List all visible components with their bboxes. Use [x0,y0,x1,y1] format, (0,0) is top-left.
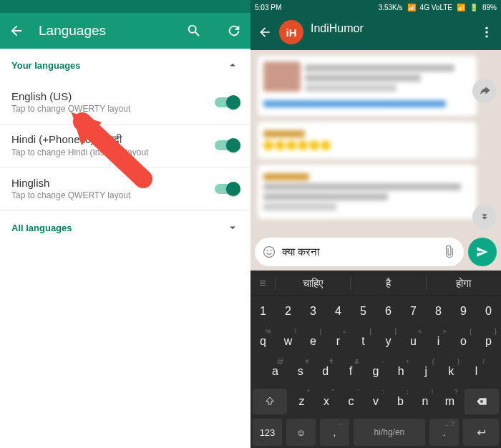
key-h[interactable]: +h [389,356,414,386]
your-languages-label: Your languages [11,60,81,71]
language-row-hindi[interactable]: Hindi (+Phonetic) / हिन्दी Tap to change… [0,125,250,168]
attach-icon[interactable] [442,245,457,259]
svg-point-1 [485,27,487,29]
emoji-icon[interactable] [262,245,276,259]
typed-text: क्या करना [282,245,437,258]
key-o[interactable]: {o [451,326,476,356]
key-t[interactable]: [t [351,326,376,356]
message-bubble [258,165,477,219]
languages-settings-screen: Languages Your languages English (US) Ta… [0,0,250,448]
key-e[interactable]: |e [301,326,326,356]
suggestion[interactable]: होगा [426,277,501,290]
svg-point-3 [485,35,487,37]
key-6[interactable]: 6 [376,296,401,326]
suggestion[interactable]: चाहिए [275,277,350,290]
key-1[interactable]: 1 [250,296,276,326]
language-name: Hindi (+Phonetic) / हिन्दी [11,133,215,146]
key-k[interactable]: )k [439,356,464,386]
back-icon[interactable] [9,23,24,39]
whatsapp-chat-screen: 5:03 PM 3.53K/s 📶 4G VoLTE 📶 🔋 89% iH In… [250,0,501,448]
key-9[interactable]: 9 [451,296,476,326]
key-a[interactable]: @a [263,356,288,386]
key-q[interactable]: %q [250,326,276,356]
keyboard-row-numbers: 1234567890 [250,296,501,326]
key-p[interactable]: }p [476,326,501,356]
key-n[interactable]: !n [413,386,437,417]
key-f[interactable]: &f [338,356,363,386]
key-j[interactable]: (j [414,356,439,386]
space-key[interactable]: hi/hg/en [354,419,425,446]
more-icon[interactable] [480,25,494,39]
message-bubble [258,56,477,116]
key-8[interactable]: 8 [426,296,451,326]
language-row-hinglish[interactable]: Hinglish Tap to change QWERTY layout [0,168,250,211]
scroll-down-fab[interactable] [472,205,497,229]
key-7[interactable]: 7 [401,296,426,326]
chat-title[interactable]: IndiHumor [311,22,472,35]
shift-key[interactable] [253,389,287,414]
key-z[interactable]: *z [289,386,313,417]
message-bubble [258,122,477,159]
key-v[interactable]: :v [364,386,388,417]
dot-key[interactable]: …?. [429,419,459,446]
language-name: Hinglish [11,177,215,189]
key-0[interactable]: 0 [476,296,501,326]
enter-key[interactable] [463,419,499,446]
symbols-key[interactable]: 123 [253,419,282,446]
backspace-key[interactable] [464,389,499,414]
emoji-key[interactable]: ☺ [286,419,316,446]
key-i[interactable]: >i [426,326,451,356]
svg-point-5 [267,250,268,251]
key-2[interactable]: 2 [276,296,301,326]
language-row-english[interactable]: English (US) Tap to change QWERTY layout [0,82,250,125]
statusbar [0,0,250,13]
refresh-icon[interactable] [226,23,242,39]
status-net: 4G VoLTE [420,4,452,11]
key-b[interactable]: ;b [388,386,412,417]
language-sub: Tap to change QWERTY layout [11,104,215,114]
keyboard-row-asdf: @a#s₹d&f-g+h(j)k/l [250,356,501,386]
suggestion[interactable]: है [350,277,425,290]
hamburger-icon[interactable]: ≡ [250,277,275,290]
send-button[interactable] [468,238,497,266]
key-c[interactable]: 'c [339,386,363,417]
language-sub: Tap to change Hindi (Inscript) layout [11,147,215,157]
forward-fab[interactable] [472,79,497,103]
search-icon[interactable] [186,23,202,39]
toggle-switch[interactable] [215,97,239,107]
key-r[interactable]: =r [326,326,351,356]
comma-key[interactable]: ←, [320,419,349,446]
all-languages-label: All languages [11,223,72,233]
keyboard-row-bottom: 123 ☺ ←, hi/hg/en …?. [250,417,501,448]
key-d[interactable]: ₹d [313,356,338,386]
key-4[interactable]: 4 [326,296,351,326]
keyboard-row-zxcv: *z"x'c:v;b!n?m [250,386,501,417]
chat-subtitle [311,35,472,43]
your-languages-header[interactable]: Your languages [0,49,250,82]
key-s[interactable]: #s [288,356,313,386]
all-languages-header[interactable]: All languages [0,211,250,244]
svg-point-2 [485,31,487,33]
toggle-switch[interactable] [215,140,239,150]
key-5[interactable]: 5 [351,296,376,326]
message-input[interactable]: क्या करना [255,238,464,266]
back-icon[interactable] [258,25,272,39]
chat-messages[interactable] [250,50,501,233]
svg-point-6 [271,250,272,251]
key-u[interactable]: <u [401,326,426,356]
key-3[interactable]: 3 [301,296,326,326]
avatar[interactable]: iH [279,20,303,44]
key-x[interactable]: "x [314,386,339,417]
svg-point-4 [264,247,275,258]
status-battery: 89% [482,4,497,11]
chat-appbar: iH IndiHumor [250,14,501,50]
key-l[interactable]: /l [464,356,489,386]
appbar: Languages [0,13,250,49]
language-sub: Tap to change QWERTY layout [11,190,215,200]
chevron-down-icon [226,221,239,234]
toggle-switch[interactable] [215,184,239,194]
key-m[interactable]: ?m [437,386,462,417]
key-g[interactable]: -g [363,356,388,386]
key-w[interactable]: \w [276,326,301,356]
key-y[interactable]: ]y [376,326,401,356]
